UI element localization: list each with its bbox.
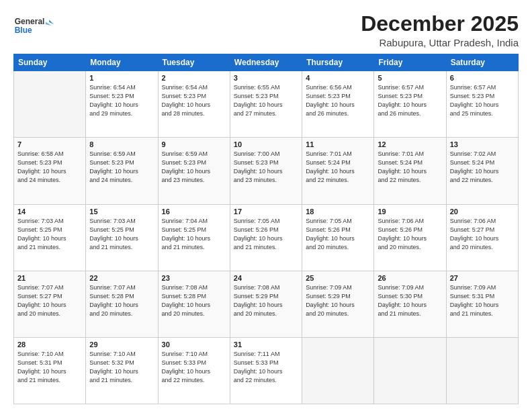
svg-text:General: General	[15, 17, 45, 26]
cell-info: Sunrise: 7:08 AM Sunset: 5:29 PM Dayligh…	[234, 283, 298, 318]
day-number: 15	[89, 208, 154, 216]
calendar-cell: 23Sunrise: 7:08 AM Sunset: 5:28 PM Dayli…	[158, 271, 230, 337]
col-header-tuesday: Tuesday	[158, 54, 230, 71]
cell-info: Sunrise: 7:05 AM Sunset: 5:26 PM Dayligh…	[234, 217, 298, 252]
calendar-cell: 1Sunrise: 6:54 AM Sunset: 5:23 PM Daylig…	[86, 71, 158, 138]
calendar-cell: 28Sunrise: 7:10 AM Sunset: 5:31 PM Dayli…	[14, 337, 86, 404]
day-number: 8	[89, 140, 154, 148]
calendar-cell: 19Sunrise: 7:06 AM Sunset: 5:26 PM Dayli…	[374, 204, 446, 271]
calendar-cell: 5Sunrise: 6:57 AM Sunset: 5:23 PM Daylig…	[374, 71, 446, 138]
day-number: 12	[378, 140, 442, 148]
calendar-cell	[374, 337, 446, 404]
day-number: 3	[234, 74, 298, 82]
day-number: 2	[162, 74, 226, 82]
cell-info: Sunrise: 7:10 AM Sunset: 5:31 PM Dayligh…	[17, 350, 82, 385]
day-number: 16	[162, 208, 226, 216]
calendar-cell	[302, 337, 374, 404]
day-number: 27	[450, 274, 515, 282]
cell-info: Sunrise: 7:10 AM Sunset: 5:32 PM Dayligh…	[89, 350, 154, 385]
svg-text:Blue: Blue	[15, 26, 32, 35]
col-header-saturday: Saturday	[446, 54, 518, 71]
day-number: 28	[17, 340, 82, 349]
day-number: 25	[306, 274, 370, 282]
calendar-cell: 24Sunrise: 7:08 AM Sunset: 5:29 PM Dayli…	[230, 271, 302, 337]
day-number: 26	[378, 274, 442, 282]
cell-info: Sunrise: 7:11 AM Sunset: 5:33 PM Dayligh…	[234, 350, 298, 385]
cell-info: Sunrise: 7:02 AM Sunset: 5:24 PM Dayligh…	[450, 150, 515, 185]
calendar-cell: 8Sunrise: 6:59 AM Sunset: 5:23 PM Daylig…	[86, 138, 158, 204]
calendar-cell: 15Sunrise: 7:03 AM Sunset: 5:25 PM Dayli…	[86, 204, 158, 271]
day-number: 9	[162, 140, 226, 148]
calendar-cell	[14, 71, 86, 138]
col-header-wednesday: Wednesday	[230, 54, 302, 71]
day-number: 22	[89, 274, 154, 282]
calendar-cell: 11Sunrise: 7:01 AM Sunset: 5:24 PM Dayli…	[302, 138, 374, 204]
calendar-cell: 18Sunrise: 7:05 AM Sunset: 5:26 PM Dayli…	[302, 204, 374, 271]
calendar-cell: 25Sunrise: 7:09 AM Sunset: 5:29 PM Dayli…	[302, 271, 374, 337]
day-number: 29	[89, 340, 154, 349]
calendar-cell: 20Sunrise: 7:06 AM Sunset: 5:27 PM Dayli…	[446, 204, 518, 271]
calendar-week-4: 21Sunrise: 7:07 AM Sunset: 5:27 PM Dayli…	[14, 271, 519, 337]
calendar-header-row: SundayMondayTuesdayWednesdayThursdayFrid…	[14, 54, 519, 71]
cell-info: Sunrise: 7:05 AM Sunset: 5:26 PM Dayligh…	[306, 217, 370, 252]
calendar-week-5: 28Sunrise: 7:10 AM Sunset: 5:31 PM Dayli…	[14, 337, 519, 404]
calendar-cell: 31Sunrise: 7:11 AM Sunset: 5:33 PM Dayli…	[230, 337, 302, 404]
calendar-cell: 4Sunrise: 6:56 AM Sunset: 5:23 PM Daylig…	[302, 71, 374, 138]
day-number: 19	[378, 208, 442, 216]
cell-info: Sunrise: 6:57 AM Sunset: 5:23 PM Dayligh…	[378, 83, 442, 118]
calendar-cell: 9Sunrise: 6:59 AM Sunset: 5:23 PM Daylig…	[158, 138, 230, 204]
calendar-week-2: 7Sunrise: 6:58 AM Sunset: 5:23 PM Daylig…	[14, 138, 519, 204]
calendar-cell: 13Sunrise: 7:02 AM Sunset: 5:24 PM Dayli…	[446, 138, 518, 204]
cell-info: Sunrise: 7:09 AM Sunset: 5:30 PM Dayligh…	[378, 283, 442, 318]
cell-info: Sunrise: 6:56 AM Sunset: 5:23 PM Dayligh…	[306, 83, 370, 118]
day-number: 5	[378, 74, 442, 82]
calendar-cell: 12Sunrise: 7:01 AM Sunset: 5:24 PM Dayli…	[374, 138, 446, 204]
calendar-cell: 7Sunrise: 6:58 AM Sunset: 5:23 PM Daylig…	[14, 138, 86, 204]
calendar-cell: 22Sunrise: 7:07 AM Sunset: 5:28 PM Dayli…	[86, 271, 158, 337]
calendar-cell: 29Sunrise: 7:10 AM Sunset: 5:32 PM Dayli…	[86, 337, 158, 404]
cell-info: Sunrise: 7:03 AM Sunset: 5:25 PM Dayligh…	[89, 217, 154, 252]
cell-info: Sunrise: 7:10 AM Sunset: 5:33 PM Dayligh…	[162, 350, 226, 385]
day-number: 13	[450, 140, 515, 148]
day-number: 20	[450, 208, 515, 216]
cell-info: Sunrise: 7:09 AM Sunset: 5:31 PM Dayligh…	[450, 283, 515, 318]
col-header-sunday: Sunday	[14, 54, 86, 71]
cell-info: Sunrise: 7:01 AM Sunset: 5:24 PM Dayligh…	[306, 150, 370, 185]
day-number: 30	[162, 340, 226, 349]
calendar-table: SundayMondayTuesdayWednesdayThursdayFrid…	[13, 54, 519, 404]
calendar-cell: 14Sunrise: 7:03 AM Sunset: 5:25 PM Dayli…	[14, 204, 86, 271]
day-number: 10	[234, 140, 298, 148]
day-number: 7	[17, 140, 82, 148]
cell-info: Sunrise: 7:07 AM Sunset: 5:28 PM Dayligh…	[89, 283, 154, 318]
svg-marker-2	[49, 19, 54, 24]
calendar-cell: 10Sunrise: 7:00 AM Sunset: 5:23 PM Dayli…	[230, 138, 302, 204]
day-number: 11	[306, 140, 370, 148]
calendar-cell: 6Sunrise: 6:57 AM Sunset: 5:23 PM Daylig…	[446, 71, 518, 138]
cell-info: Sunrise: 7:08 AM Sunset: 5:28 PM Dayligh…	[162, 283, 226, 318]
day-number: 4	[306, 74, 370, 82]
cell-info: Sunrise: 7:04 AM Sunset: 5:25 PM Dayligh…	[162, 217, 226, 252]
cell-info: Sunrise: 7:09 AM Sunset: 5:29 PM Dayligh…	[306, 283, 370, 318]
day-number: 14	[17, 208, 82, 216]
cell-info: Sunrise: 6:54 AM Sunset: 5:23 PM Dayligh…	[162, 83, 226, 118]
title-block: December 2025 Rabupura, Uttar Pradesh, I…	[361, 12, 519, 48]
day-number: 6	[450, 74, 515, 82]
page: General Blue December 2025 Rabupura, Utt…	[0, 0, 532, 411]
day-number: 23	[162, 274, 226, 282]
calendar-cell: 27Sunrise: 7:09 AM Sunset: 5:31 PM Dayli…	[446, 271, 518, 337]
calendar-week-1: 1Sunrise: 6:54 AM Sunset: 5:23 PM Daylig…	[14, 71, 519, 138]
cell-info: Sunrise: 6:58 AM Sunset: 5:23 PM Dayligh…	[17, 150, 82, 185]
cell-info: Sunrise: 6:55 AM Sunset: 5:23 PM Dayligh…	[234, 83, 298, 118]
cell-info: Sunrise: 6:59 AM Sunset: 5:23 PM Dayligh…	[162, 150, 226, 185]
col-header-friday: Friday	[374, 54, 446, 71]
logo-svg: General Blue	[13, 12, 54, 39]
cell-info: Sunrise: 7:06 AM Sunset: 5:26 PM Dayligh…	[378, 217, 442, 252]
calendar-cell: 3Sunrise: 6:55 AM Sunset: 5:23 PM Daylig…	[230, 71, 302, 138]
cell-info: Sunrise: 6:59 AM Sunset: 5:23 PM Dayligh…	[89, 150, 154, 185]
subtitle: Rabupura, Uttar Pradesh, India	[361, 37, 519, 48]
calendar-cell: 17Sunrise: 7:05 AM Sunset: 5:26 PM Dayli…	[230, 204, 302, 271]
calendar-cell	[446, 337, 518, 404]
main-title: December 2025	[361, 12, 519, 36]
day-number: 17	[234, 208, 298, 216]
day-number: 18	[306, 208, 370, 216]
